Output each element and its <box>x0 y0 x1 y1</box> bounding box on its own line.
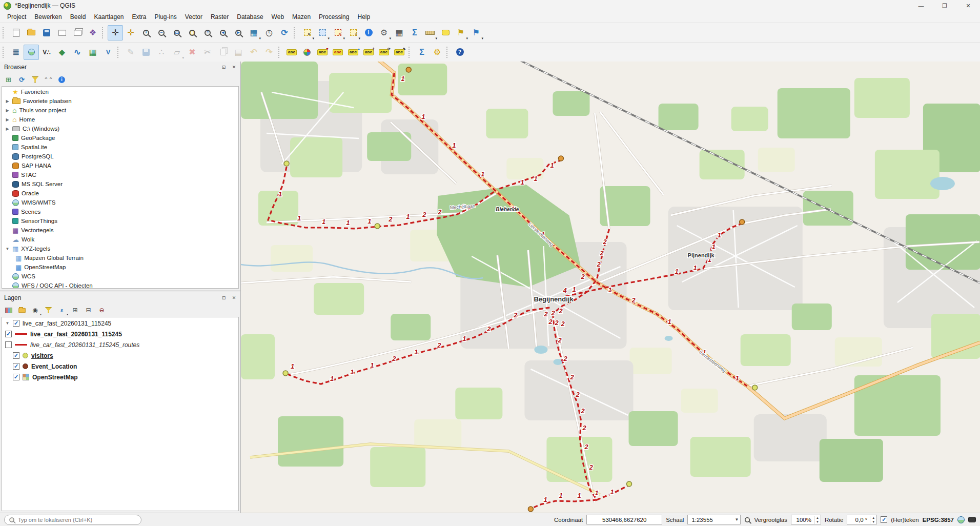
menu-mazen[interactable]: Mazen <box>288 12 315 22</box>
browser-item-c-windows[interactable]: ▶C:\ (Windows) <box>2 124 238 133</box>
layer-checkbox[interactable] <box>13 320 19 327</box>
open-data-source-manager-button[interactable]: ≣ <box>8 45 24 60</box>
browser-item-wcs[interactable]: WCS <box>2 272 238 281</box>
new-project-button[interactable] <box>8 25 24 41</box>
menu-web[interactable]: Web <box>268 12 288 22</box>
pan-map-button[interactable]: ✛ <box>108 25 123 41</box>
locator-search[interactable] <box>4 515 141 525</box>
add-vector-layer-button[interactable] <box>24 45 39 60</box>
measure-line-button[interactable]: ▾ <box>422 25 438 41</box>
zoom-to-layer-button[interactable]: ≡ <box>200 25 215 41</box>
magnifier-spinbox[interactable]: 100% ▲▼ <box>791 515 821 524</box>
open-layer-styling-button[interactable] <box>3 305 14 316</box>
save-layer-edits-button[interactable] <box>138 45 154 60</box>
delete-selected-button[interactable]: ✖ <box>185 45 200 60</box>
browser-item-openstreetmap[interactable]: ▦OpenStreetMap <box>2 262 238 272</box>
toolbar-grip[interactable] <box>3 47 6 58</box>
refresh-browser-button[interactable]: ⟳ <box>16 74 28 85</box>
zoom-to-selection-button[interactable]: ▢ <box>185 25 200 41</box>
manage-map-themes-button[interactable]: ◉▾ <box>29 305 41 316</box>
menu-project[interactable]: Project <box>3 12 30 22</box>
expand-all-button[interactable]: ⊞ <box>69 305 81 316</box>
change-label-properties-button[interactable]: ✎ <box>392 45 407 60</box>
menu-help[interactable]: Help <box>353 12 374 22</box>
browser-item-vectortegels[interactable]: ▦Vectortegels <box>2 226 238 235</box>
layer-diagram-options-button[interactable] <box>299 45 315 60</box>
menu-processing[interactable]: Processing <box>315 12 353 22</box>
scale-combo[interactable]: 1:23555 ▼ <box>687 515 741 524</box>
menu-extra[interactable]: Extra <box>128 12 150 22</box>
new-map-view-button[interactable]: ▦▾ <box>246 25 261 41</box>
render-checkbox[interactable] <box>881 516 887 523</box>
properties-widget-button[interactable]: i <box>56 74 68 85</box>
undo-button[interactable]: ↶ <box>246 45 261 60</box>
menu-plugins[interactable]: Plug-ins <box>151 12 181 22</box>
menu-vector[interactable]: Vector <box>181 12 207 22</box>
menu-kaartlagen[interactable]: Kaartlagen <box>90 12 128 22</box>
open-project-button[interactable] <box>24 25 39 41</box>
browser-item-wfs-ogc-api[interactable]: WFS / OGC API - Objecten <box>2 281 238 289</box>
crs-indicator[interactable]: EPSG:3857 <box>923 517 954 523</box>
zoom-out-button[interactable]: − <box>154 25 169 41</box>
layer-item-visitors[interactable]: visitors <box>2 350 238 361</box>
new-print-layout-button[interactable] <box>54 25 70 41</box>
show-bookmarks-button[interactable]: ⚑▾ <box>468 25 484 41</box>
collapse-icon[interactable]: ▼ <box>5 321 10 326</box>
refresh-map-button[interactable]: ⟳ <box>277 25 292 41</box>
browser-item-home[interactable]: ▶⌂Home <box>2 115 238 124</box>
layer-item-openstreetmap[interactable]: OpenStreetMap <box>2 372 238 382</box>
run-feature-action-button[interactable]: ⚙▾ <box>376 25 392 41</box>
toolbar-grip[interactable] <box>409 47 412 58</box>
browser-item-favoriete-plaatsen[interactable]: ▶Favoriete plaatsen <box>2 96 238 106</box>
browser-item-mapzen-global-terrain[interactable]: ▦Mapzen Global Terrain <box>2 253 238 262</box>
toolbar-grip[interactable] <box>3 27 6 38</box>
rotate-label-button[interactable]: ⟳ <box>376 45 392 60</box>
menu-raster[interactable]: Raster <box>207 12 233 22</box>
pin-unpin-labels-button[interactable]: ▼ <box>315 45 330 60</box>
menu-bewerken[interactable]: Bewerken <box>30 12 66 22</box>
expand-icon[interactable]: ▶ <box>5 127 10 131</box>
coordinate-input[interactable] <box>586 515 662 524</box>
layer-labeling-options-button[interactable] <box>284 45 299 60</box>
expand-icon[interactable]: ▶ <box>5 108 10 113</box>
open-attribute-table-button[interactable]: ▦ <box>392 25 407 41</box>
layer-item-live-car-fast-routes[interactable]: live_car_fast_20260131_115245_routes <box>2 339 238 350</box>
zoom-last-button[interactable]: ◂ <box>215 25 231 41</box>
map-svg[interactable]: 1111112121111111111121222221212111122222… <box>241 62 980 513</box>
pan-to-selection-button[interactable]: ✛ <box>123 25 138 41</box>
new-virtual-layer-button[interactable]: V <box>100 45 116 60</box>
browser-item-sap-hana[interactable]: SAP HANA <box>2 161 238 170</box>
zoom-next-button[interactable]: ▸ <box>231 25 246 41</box>
deselect-features-button[interactable]: ✕▾ <box>330 25 345 41</box>
expand-icon[interactable]: ▶ <box>5 99 10 104</box>
browser-item-postgresql[interactable]: PostgreSQL <box>2 152 238 161</box>
browser-item-oracle[interactable]: Oracle <box>2 189 238 198</box>
new-mesh-layer-button[interactable]: ▦ <box>85 45 100 60</box>
browser-item-sensorthings[interactable]: SensorThings <box>2 216 238 226</box>
layer-checkbox[interactable] <box>13 363 19 370</box>
select-features-button[interactable]: ➤▾ <box>299 25 315 41</box>
new-spatialite-layer-button[interactable]: ∿ <box>70 45 85 60</box>
vertex-tool-button[interactable]: ▱▾ <box>169 45 185 60</box>
map-canvas[interactable]: 1111112121111111111121222221212111122222… <box>241 62 980 513</box>
layer-group-live-car-fast[interactable]: ▼ live_car_fast_20260131_115245 <box>2 318 238 329</box>
toolbar-grip[interactable] <box>278 47 282 58</box>
browser-item-thuis-voor-project[interactable]: ▶⌂Thuis voor project <box>2 106 238 115</box>
select-by-expression-button[interactable]: ε▾ <box>345 25 361 41</box>
statistics-panel-button[interactable]: Σ <box>414 45 430 60</box>
save-project-button[interactable] <box>39 25 54 41</box>
filter-browser-button[interactable] <box>29 74 41 85</box>
add-group-button[interactable] <box>16 305 28 316</box>
add-feature-button[interactable]: ∴ <box>154 45 169 60</box>
temporal-controller-button[interactable]: ◷ <box>261 25 277 41</box>
toolbar-grip[interactable] <box>102 27 106 38</box>
move-label-button[interactable]: ✛ <box>361 45 376 60</box>
filter-legend-button[interactable] <box>43 305 54 316</box>
layer-checkbox[interactable] <box>13 352 19 359</box>
cut-features-button[interactable]: ✂ <box>200 45 215 60</box>
collapse-all-layers-button[interactable]: ⊟ <box>83 305 94 316</box>
menu-beeld[interactable]: Beeld <box>66 12 90 22</box>
highlight-pinned-labels-button[interactable] <box>330 45 345 60</box>
map-tips-button[interactable] <box>438 25 453 41</box>
style-manager-button[interactable]: ❖ <box>85 25 100 41</box>
